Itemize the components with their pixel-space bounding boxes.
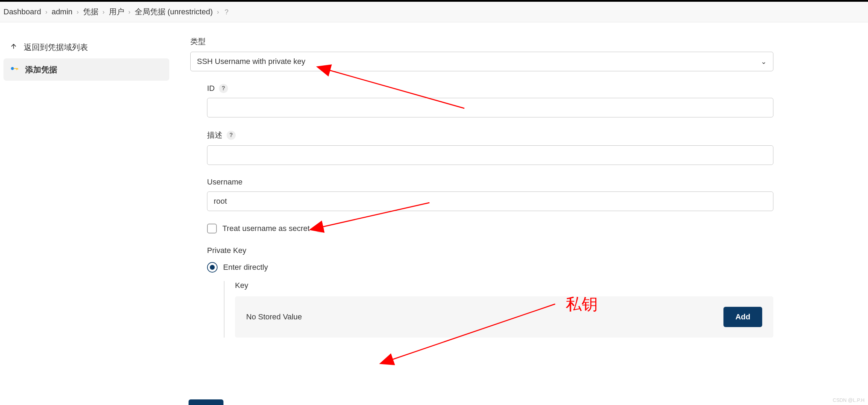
svg-point-0 bbox=[11, 67, 14, 70]
breadcrumb: Dashboard › admin › 凭据 › 用户 › 全局凭据 (unre… bbox=[0, 2, 868, 22]
breadcrumb-item-user[interactable]: 用户 bbox=[109, 7, 124, 17]
treat-secret-checkbox[interactable] bbox=[207, 224, 217, 233]
id-label: ID bbox=[207, 84, 215, 93]
help-icon[interactable]: ? bbox=[225, 8, 228, 16]
sidebar: 返回到凭据域列表 添加凭据 bbox=[0, 22, 173, 338]
sidebar-item-back[interactable]: 返回到凭据域列表 bbox=[3, 36, 169, 58]
svg-rect-2 bbox=[16, 68, 17, 70]
chevron-right-icon: › bbox=[77, 8, 79, 16]
type-select[interactable]: SSH Username with private key ⌄ bbox=[190, 52, 773, 71]
breadcrumb-item-admin[interactable]: admin bbox=[52, 7, 73, 16]
key-box: No Stored Value Add bbox=[235, 296, 773, 338]
key-label: Key bbox=[235, 281, 773, 290]
bottom-stub bbox=[189, 399, 223, 405]
help-icon[interactable]: ? bbox=[227, 131, 236, 140]
treat-secret-label: Treat username as secret bbox=[222, 224, 310, 233]
watermark: CSDN @L.P.H bbox=[833, 397, 865, 403]
help-icon[interactable]: ? bbox=[315, 224, 324, 233]
username-input[interactable] bbox=[207, 191, 773, 211]
id-input[interactable] bbox=[207, 98, 773, 117]
sidebar-item-add-credential[interactable]: 添加凭据 bbox=[3, 58, 169, 81]
sidebar-item-label: 添加凭据 bbox=[25, 64, 57, 75]
type-select-value: SSH Username with private key bbox=[197, 57, 306, 66]
private-key-label: Private Key bbox=[207, 246, 247, 255]
breadcrumb-item-global[interactable]: 全局凭据 (unrestricted) bbox=[135, 7, 213, 17]
add-button[interactable]: Add bbox=[723, 307, 762, 327]
username-label: Username bbox=[207, 178, 242, 187]
no-stored-value-text: No Stored Value bbox=[246, 312, 302, 321]
description-input[interactable] bbox=[207, 145, 773, 165]
key-icon bbox=[10, 64, 19, 75]
chevron-right-icon: › bbox=[128, 8, 131, 16]
sidebar-item-label: 返回到凭据域列表 bbox=[24, 42, 88, 53]
svg-rect-3 bbox=[17, 68, 18, 70]
type-label: 类型 bbox=[190, 36, 206, 47]
main-form: 类型 SSH Username with private key ⌄ ID ? … bbox=[173, 22, 787, 338]
breadcrumb-item-dashboard[interactable]: Dashboard bbox=[3, 7, 41, 16]
breadcrumb-item-credentials[interactable]: 凭据 bbox=[83, 7, 98, 17]
description-label: 描述 bbox=[207, 130, 222, 140]
help-icon[interactable]: ? bbox=[219, 84, 228, 93]
chevron-right-icon: › bbox=[103, 8, 105, 16]
enter-directly-radio[interactable] bbox=[207, 262, 218, 273]
arrow-up-icon bbox=[10, 43, 17, 52]
chevron-right-icon: › bbox=[45, 8, 47, 16]
chevron-right-icon: › bbox=[217, 8, 219, 16]
chevron-down-icon: ⌄ bbox=[761, 57, 767, 66]
enter-directly-label: Enter directly bbox=[223, 263, 268, 272]
